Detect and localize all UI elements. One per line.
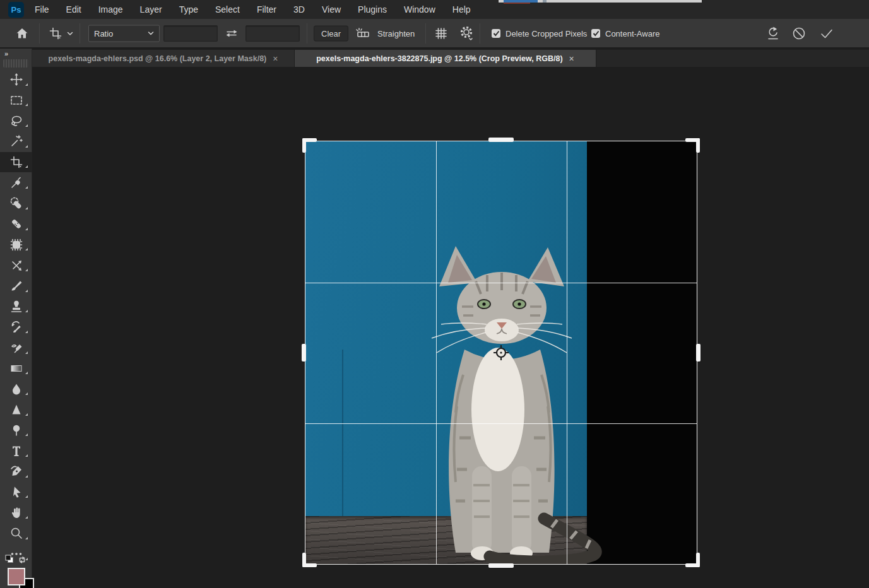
tab-title: pexels-magda-ehlers.psd @ 16.6% (Layer 2… xyxy=(49,54,267,63)
straighten-label[interactable]: Straighten xyxy=(377,28,415,38)
separator xyxy=(480,23,480,44)
crop-handle-bottom-left[interactable] xyxy=(302,553,317,567)
content-aware-move-tool[interactable] xyxy=(0,255,32,276)
crop-handle-left[interactable] xyxy=(302,344,306,362)
reset-crop-icon[interactable] xyxy=(766,26,781,41)
background-window-underline xyxy=(504,3,530,4)
dodge-tool[interactable] xyxy=(0,420,32,441)
crop-height-input[interactable] xyxy=(245,25,300,42)
foreground-color-swatch[interactable] xyxy=(8,568,25,585)
menu-help[interactable]: Help xyxy=(452,4,471,15)
menu-filter[interactable]: Filter xyxy=(257,4,276,15)
commit-crop-icon[interactable] xyxy=(819,26,835,41)
thirds-grid-line xyxy=(567,141,567,564)
collapse-panel-icon[interactable]: » xyxy=(0,49,32,58)
separator xyxy=(425,23,426,44)
separator xyxy=(307,23,307,44)
menu-edit[interactable]: Edit xyxy=(66,4,81,15)
crop-tool-badge-icon[interactable] xyxy=(49,26,62,40)
default-colors-icon[interactable] xyxy=(4,554,16,565)
straighten-icon[interactable] xyxy=(355,26,371,40)
separator xyxy=(39,23,40,44)
chevron-down-icon[interactable] xyxy=(67,31,73,36)
clear-button[interactable]: Clear xyxy=(314,25,348,41)
crop-ratio-select[interactable]: Ratio xyxy=(88,25,160,42)
home-icon[interactable] xyxy=(15,26,29,40)
clone-stamp-tool[interactable] xyxy=(0,297,32,317)
crop-overlay-grid-icon[interactable] xyxy=(434,26,448,40)
tab-title: pexels-magda-ehlers-3822875.jpg @ 12.5% … xyxy=(316,54,562,63)
crop-handle-bottom[interactable] xyxy=(488,563,514,568)
magic-wand-tool[interactable] xyxy=(0,131,32,152)
sharpen-tool[interactable] xyxy=(0,399,32,420)
crop-reference-point-icon[interactable] xyxy=(492,344,510,362)
tab-close-icon[interactable]: × xyxy=(569,54,574,64)
tab-close-icon[interactable]: × xyxy=(273,54,278,64)
menu-view[interactable]: View xyxy=(322,4,341,15)
content-aware-checkbox[interactable] xyxy=(591,29,600,38)
brush-tool[interactable] xyxy=(0,276,32,297)
tool-list xyxy=(0,69,32,565)
crop-settings-gear-icon[interactable] xyxy=(459,26,475,41)
thirds-grid-line xyxy=(305,423,697,424)
content-aware-label[interactable]: Content-Aware xyxy=(605,28,659,38)
move-tool[interactable] xyxy=(0,69,32,90)
gradient-tool[interactable] xyxy=(0,358,32,379)
spot-healing-brush-tool[interactable] xyxy=(0,193,32,214)
tab-psd-document[interactable]: pexels-magda-ehlers.psd @ 16.6% (Layer 2… xyxy=(32,50,295,67)
tab-jpg-document[interactable]: pexels-magda-ehlers-3822875.jpg @ 12.5% … xyxy=(295,50,596,67)
rectangular-marquee-tool[interactable] xyxy=(0,90,32,111)
cancel-crop-icon[interactable] xyxy=(791,26,807,41)
zoom-tool[interactable] xyxy=(0,523,32,544)
menu-select[interactable]: Select xyxy=(215,4,240,15)
blur-tool[interactable] xyxy=(0,379,32,399)
crop-tool[interactable] xyxy=(0,152,32,173)
path-selection-tool[interactable] xyxy=(0,482,32,503)
menu-3d[interactable]: 3D xyxy=(293,4,305,15)
photoshop-window: Ps File Edit Image Layer Type Select Fil… xyxy=(0,0,869,588)
crop-ratio-value: Ratio xyxy=(94,28,113,38)
swap-colors-icon[interactable] xyxy=(16,554,28,565)
tools-panel: » xyxy=(0,49,32,588)
pen-tool[interactable] xyxy=(0,461,32,482)
eyedropper-tool[interactable] xyxy=(0,172,32,193)
menu-file[interactable]: File xyxy=(35,4,49,15)
menu-layer[interactable]: Layer xyxy=(140,4,162,15)
menu-plugins[interactable]: Plugins xyxy=(358,4,387,15)
thirds-grid-line xyxy=(305,283,697,283)
photoshop-logo: Ps xyxy=(8,2,24,18)
hand-tool[interactable] xyxy=(0,502,32,523)
color-swatches xyxy=(8,568,34,588)
menu-image[interactable]: Image xyxy=(98,4,123,15)
crop-options-bar: Ratio Clear Straighten Delete Cropped Pi… xyxy=(0,19,869,49)
crop-handle-right[interactable] xyxy=(696,344,701,362)
menu-items: File Edit Image Layer Type Select Filter… xyxy=(35,4,471,15)
crop-handle-top[interactable] xyxy=(488,138,514,142)
menu-window[interactable]: Window xyxy=(404,4,435,15)
crop-width-input[interactable] xyxy=(163,25,218,42)
delete-cropped-pixels-checkbox[interactable] xyxy=(492,29,500,38)
menu-bar: Ps File Edit Image Layer Type Select Fil… xyxy=(0,0,869,19)
healing-brush-tool[interactable] xyxy=(0,214,32,235)
crop-handle-bottom-right[interactable] xyxy=(685,553,700,567)
background-window-mark xyxy=(543,0,547,3)
background-window-sliver xyxy=(499,0,702,3)
delete-cropped-pixels-label[interactable]: Delete Cropped Pixels xyxy=(505,28,587,38)
crop-handle-top-left[interactable] xyxy=(302,138,317,153)
patch-tool[interactable] xyxy=(0,235,32,256)
thirds-grid-line xyxy=(436,141,437,564)
history-brush-tool[interactable] xyxy=(0,317,32,338)
menu-type[interactable]: Type xyxy=(179,4,198,15)
separator xyxy=(80,23,80,44)
panel-grip[interactable] xyxy=(3,59,28,68)
document-tab-bar: pexels-magda-ehlers.psd @ 16.6% (Layer 2… xyxy=(32,50,869,67)
color-controls xyxy=(0,554,32,565)
swap-dimensions-icon[interactable] xyxy=(225,27,239,40)
lasso-tool[interactable] xyxy=(0,110,32,131)
crop-handle-top-right[interactable] xyxy=(685,138,700,153)
type-tool[interactable] xyxy=(0,440,32,461)
crop-bounding-box[interactable] xyxy=(305,141,697,565)
eraser-tool[interactable] xyxy=(0,338,32,358)
